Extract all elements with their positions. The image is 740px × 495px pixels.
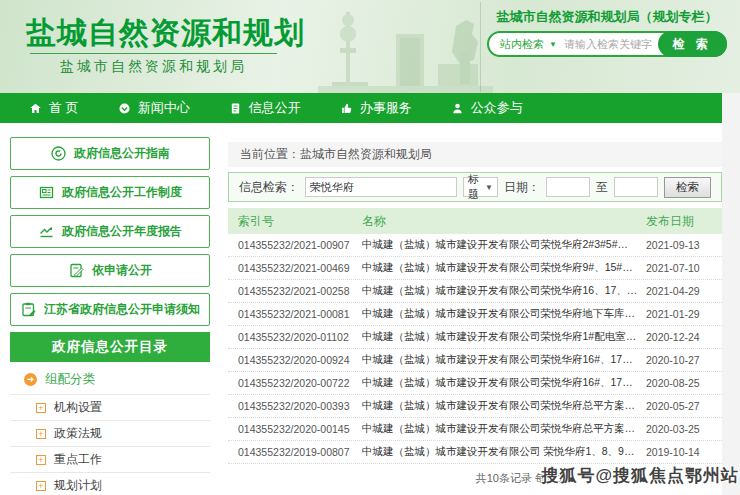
sidebar-item-zhongdian[interactable]: + 重点工作	[10, 446, 210, 472]
site-title: 盐城自然资源和规划	[26, 13, 305, 54]
sidebar-box-label: 江苏省政府信息公开申请须知	[44, 301, 200, 318]
page-header: 盐城自然资源和规划 盐城市自然资源和规划局 盐城市自然资源和规划局（规划专栏） …	[0, 0, 740, 93]
filter-search-button[interactable]: 检索	[664, 177, 711, 198]
site-search-button[interactable]: 检 索	[658, 31, 727, 57]
table-row[interactable]: 014355232/2020-00722 中城建（盐城）城市建设开发有限公司荣悦…	[228, 372, 722, 395]
cell-date: 2020-03-25	[646, 423, 718, 435]
search-scope-dropdown[interactable]: 站内检索 ▼	[489, 37, 564, 52]
table-row[interactable]: 014355232/2020-01102 中城建（盐城）城市建设开发有限公司荣悦…	[228, 326, 722, 349]
table-row[interactable]: 014355232/2021-00907 中城建（盐城）城市建设开发有限公司荣悦…	[228, 234, 722, 257]
caret-down-icon: ▼	[485, 183, 493, 192]
to-label: 至	[596, 179, 608, 196]
nav-label: 信息公开	[249, 99, 301, 117]
cell-index-no: 014355232/2021-00258	[238, 285, 354, 297]
chevron-down-icon: ▼	[549, 40, 557, 49]
cell-index-no: 014355232/2020-00722	[238, 377, 354, 389]
date-to-input[interactable]	[614, 177, 658, 197]
nav-label: 首 页	[49, 99, 79, 117]
directory-banner: 政府信息公开目录	[10, 332, 210, 362]
category-head[interactable]: ➜ 组配分类	[10, 362, 210, 394]
institution-icon	[38, 184, 55, 201]
plus-box-icon: +	[36, 429, 46, 439]
table-row[interactable]: 014355232/2020-00393 中城建（盐城）城市建设开发有限公司荣悦…	[228, 395, 722, 418]
table-row[interactable]: 014355232/2019-00807 中城建（盐城）城市建设开发有限公司 荣…	[228, 441, 722, 464]
cell-name[interactable]: 中城建（盐城）城市建设开发有限公司荣悦华府16#、17#、23#、 ...	[362, 376, 638, 390]
cell-name[interactable]: 中城建（盐城）城市建设开发有限公司荣悦华府9#、15#、19-20 ...	[362, 261, 638, 275]
cell-name[interactable]: 中城建（盐城）城市建设开发有限公司荣悦华府1#配电室、8#配电室、 ...	[362, 330, 638, 344]
sidebar-box-label: 政府信息公开年度报告	[62, 223, 182, 240]
col-index-no: 索引号	[238, 213, 354, 230]
cell-index-no: 014355232/2021-00469	[238, 262, 354, 274]
date-from-input[interactable]	[546, 177, 590, 197]
guide-icon	[50, 145, 67, 162]
keyword-input[interactable]	[305, 177, 457, 197]
cell-name[interactable]: 中城建（盐城）城市建设开发有限公司荣悦华府总平方案调整批后公告	[362, 399, 638, 413]
sidebar-item-guihua[interactable]: + 规划计划	[10, 472, 210, 495]
table-row[interactable]: 014355232/2020-00924 中城建（盐城）城市建设开发有限公司荣悦…	[228, 349, 722, 372]
info-icon	[229, 102, 242, 115]
cell-date: 2020-10-27	[646, 354, 718, 366]
field-select[interactable]: 标题 ▼	[463, 177, 498, 197]
page-right-gutter	[722, 93, 740, 495]
cell-name[interactable]: 中城建（盐城）城市建设开发有限公司荣悦华府2#3#5#配电房、4# ...	[362, 238, 638, 252]
nav-item-participation[interactable]: 公众参与	[451, 99, 523, 117]
sidebar-box-guide[interactable]: 政府信息公开指南	[10, 137, 210, 170]
cell-name[interactable]: 中城建（盐城）城市建设开发有限公司 荣悦华府1、8、9#配电房补发 ...	[362, 445, 638, 459]
search-scope-label: 站内检索	[500, 37, 544, 52]
cell-date: 2020-05-27	[646, 400, 718, 412]
home-icon	[29, 102, 42, 115]
date-label: 日期：	[504, 179, 540, 196]
sidebar-box-label: 政府信息公开工作制度	[62, 184, 182, 201]
nav-item-news[interactable]: 新闻中心	[118, 99, 190, 117]
cityscape-illustration	[318, 4, 493, 93]
sidebar-box-label: 依申请公开	[92, 262, 152, 279]
sidebar-box-apply[interactable]: 依申请公开	[10, 254, 210, 287]
table-row[interactable]: 014355232/2021-00258 中城建（盐城）城市建设开发有限公司荣悦…	[228, 280, 722, 303]
plus-box-icon: +	[36, 455, 46, 465]
site-search-input[interactable]	[564, 38, 658, 50]
nav-item-home[interactable]: 首 页	[29, 99, 79, 117]
nav-item-info[interactable]: 信息公开	[229, 99, 301, 117]
col-name: 名称	[362, 213, 638, 230]
sidebar-item-zhengce[interactable]: + 政策法规	[10, 420, 210, 446]
plus-box-icon: +	[36, 403, 46, 413]
nav-label: 新闻中心	[138, 99, 190, 117]
report-icon	[38, 223, 55, 240]
cell-name[interactable]: 中城建（盐城）城市建设开发有限公司荣悦华府总平方案调整	[362, 422, 638, 436]
cell-date: 2021-04-29	[646, 285, 718, 297]
cell-index-no: 014355232/2020-00924	[238, 354, 354, 366]
nav-label: 办事服务	[360, 99, 412, 117]
cell-index-no: 014355232/2021-00907	[238, 239, 354, 251]
category-label: 政策法规	[54, 425, 102, 442]
table-row[interactable]: 014355232/2021-00469 中城建（盐城）城市建设开发有限公司荣悦…	[228, 257, 722, 280]
col-date: 发布日期	[646, 213, 718, 230]
main-nav: 首 页 新闻中心 信息公开 办事服务 公众参与	[0, 93, 722, 123]
sidebar-box-report[interactable]: 政府信息公开年度报告	[10, 215, 210, 248]
cell-name[interactable]: 中城建（盐城）城市建设开发有限公司荣悦华府16、17、23、29、 ...	[362, 284, 638, 298]
header-divider	[480, 2, 481, 92]
plus-box-icon: +	[36, 481, 46, 491]
cell-date: 2020-08-25	[646, 377, 718, 389]
sidebar-box-institution[interactable]: 政府信息公开工作制度	[10, 176, 210, 209]
cell-index-no: 014355232/2020-00393	[238, 400, 354, 412]
cell-name[interactable]: 中城建（盐城）城市建设开发有限公司荣悦华府16#、17#、23#、 ...	[362, 353, 638, 367]
sidebar-item-jigou[interactable]: + 机构设置	[10, 394, 210, 420]
site-subtitle: 盐城市自然资源和规划局	[30, 58, 277, 76]
table-row[interactable]: 014355232/2020-00145 中城建（盐城）城市建设开发有限公司荣悦…	[228, 418, 722, 441]
sidebar-box-notice[interactable]: 江苏省政府信息公开申请须知	[10, 293, 210, 326]
category-label: 机构设置	[54, 399, 102, 416]
cell-date: 2021-01-29	[646, 308, 718, 320]
sidebar: 政府信息公开指南 政府信息公开工作制度 政府信息公开年度报告 依申请公开	[10, 137, 210, 495]
participation-icon	[451, 102, 464, 115]
title-underline	[30, 53, 277, 54]
table-row[interactable]: 014355232/2021-00081 中城建（盐城）城市建设开发有限公司荣悦…	[228, 303, 722, 326]
cell-index-no: 014355232/2019-00807	[238, 446, 354, 458]
table-header: 索引号 名称 发布日期	[228, 208, 722, 234]
cell-name[interactable]: 中城建（盐城）城市建设开发有限公司荣悦华府地下车库二期工程A区-2 ...	[362, 307, 638, 321]
nav-item-service[interactable]: 办事服务	[340, 99, 412, 117]
apply-icon	[68, 262, 85, 279]
nav-label: 公众参与	[471, 99, 523, 117]
results-table: 索引号 名称 发布日期 014355232/2021-00907 中城建（盐城）…	[228, 208, 722, 464]
cell-date: 2019-10-14	[646, 446, 718, 458]
service-icon	[340, 102, 353, 115]
